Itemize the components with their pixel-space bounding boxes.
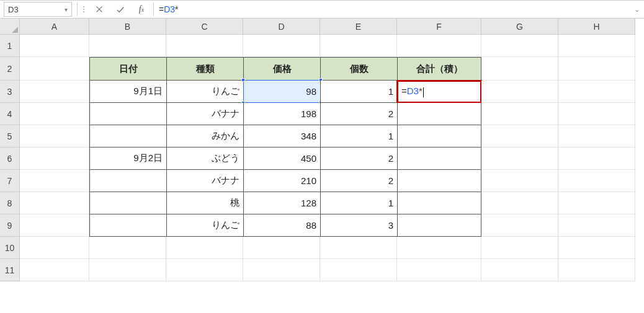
cell-F8[interactable]: [397, 192, 481, 214]
cell-G2[interactable]: [481, 57, 558, 81]
cell-A3[interactable]: [20, 81, 89, 103]
cell-F6[interactable]: [397, 148, 481, 170]
cell-B6[interactable]: 9月2日: [89, 148, 166, 170]
row-header-2[interactable]: 2: [0, 57, 20, 81]
cell-H1[interactable]: [558, 35, 635, 57]
cell-D7[interactable]: 210: [243, 170, 320, 192]
cell-A1[interactable]: [20, 35, 89, 57]
cell-C10[interactable]: [166, 237, 243, 259]
table-header-price[interactable]: 価格: [243, 57, 320, 81]
cell-C8[interactable]: 桃: [166, 192, 243, 214]
cell-A5[interactable]: [20, 125, 89, 148]
cell-H7[interactable]: [558, 170, 635, 192]
row-header-7[interactable]: 7: [0, 170, 20, 192]
cell-B10[interactable]: [89, 237, 166, 259]
cell-E11[interactable]: [320, 259, 397, 281]
cell-H10[interactable]: [558, 237, 635, 259]
cell-C5[interactable]: みかん: [166, 125, 243, 148]
cell-E7[interactable]: 2: [320, 170, 397, 192]
cell-F1[interactable]: [397, 35, 481, 57]
cell-A8[interactable]: [20, 192, 89, 214]
cell-F11[interactable]: [397, 259, 481, 281]
cell-B8[interactable]: [89, 192, 166, 214]
column-header-C[interactable]: C: [166, 19, 243, 35]
cell-H11[interactable]: [558, 259, 635, 281]
fx-icon[interactable]: fx: [131, 1, 152, 18]
cell-B1[interactable]: [89, 35, 166, 57]
cell-A10[interactable]: [20, 237, 89, 259]
cell-B9[interactable]: [89, 214, 166, 237]
cell-G9[interactable]: [481, 214, 558, 237]
cell-C9[interactable]: りんご: [166, 214, 243, 237]
cell-C4[interactable]: バナナ: [166, 103, 243, 125]
column-header-A[interactable]: A: [20, 19, 89, 35]
cell-C1[interactable]: [166, 35, 243, 57]
cell-B11[interactable]: [89, 259, 166, 281]
formula-input[interactable]: =D3*: [155, 4, 629, 14]
cell-G10[interactable]: [481, 237, 558, 259]
row-header-1[interactable]: 1: [0, 35, 20, 57]
range-handle-icon[interactable]: [241, 78, 245, 82]
table-header-type[interactable]: 種類: [166, 57, 243, 81]
cell-E1[interactable]: [320, 35, 397, 57]
cell-E10[interactable]: [320, 237, 397, 259]
cell-C3[interactable]: りんご: [166, 81, 243, 103]
cell-D1[interactable]: [243, 35, 320, 57]
cell-E3[interactable]: 1: [320, 81, 397, 103]
cell-D9[interactable]: 88: [243, 214, 320, 237]
row-header-11[interactable]: 11: [0, 259, 20, 281]
cell-F3-active[interactable]: =D3*: [397, 81, 481, 103]
cell-H5[interactable]: [558, 125, 635, 148]
row-header-5[interactable]: 5: [0, 125, 20, 148]
column-header-D[interactable]: D: [243, 19, 320, 35]
table-header-qty[interactable]: 個数: [320, 57, 397, 81]
cell-A6[interactable]: [20, 148, 89, 170]
cell-G11[interactable]: [481, 259, 558, 281]
cell-D6[interactable]: 450: [243, 148, 320, 170]
expand-formula-bar-icon[interactable]: ⌄: [629, 6, 644, 14]
cell-G8[interactable]: [481, 192, 558, 214]
cell-H8[interactable]: [558, 192, 635, 214]
cell-D5[interactable]: 348: [243, 125, 320, 148]
cell-H3[interactable]: [558, 81, 635, 103]
select-all-corner[interactable]: [0, 19, 20, 35]
cell-H2[interactable]: [558, 57, 635, 81]
row-header-10[interactable]: 10: [0, 237, 20, 259]
cell-F7[interactable]: [397, 170, 481, 192]
cell-A4[interactable]: [20, 103, 89, 125]
cell-A7[interactable]: [20, 170, 89, 192]
cell-F4[interactable]: [397, 103, 481, 125]
cell-H9[interactable]: [558, 214, 635, 237]
table-header-date[interactable]: 日付: [89, 57, 166, 81]
cell-E8[interactable]: 1: [320, 192, 397, 214]
cell-G4[interactable]: [481, 103, 558, 125]
column-header-G[interactable]: G: [481, 19, 558, 35]
chevron-down-icon[interactable]: ▾: [65, 6, 68, 13]
cell-D10[interactable]: [243, 237, 320, 259]
cell-D3-referenced[interactable]: 98: [243, 81, 320, 103]
cell-H4[interactable]: [558, 103, 635, 125]
column-header-B[interactable]: B: [89, 19, 166, 35]
grid[interactable]: 日付 種類 価格 個数 合計（積） 9月1日 りんご 98: [20, 35, 635, 281]
column-header-F[interactable]: F: [397, 19, 481, 35]
cancel-icon[interactable]: [89, 1, 110, 18]
cell-D4[interactable]: 198: [243, 103, 320, 125]
cell-E9[interactable]: 3: [320, 214, 397, 237]
cell-A11[interactable]: [20, 259, 89, 281]
cell-D8[interactable]: 128: [243, 192, 320, 214]
cell-B3[interactable]: 9月1日: [89, 81, 166, 103]
cell-E5[interactable]: 1: [320, 125, 397, 148]
column-header-E[interactable]: E: [320, 19, 397, 35]
row-header-4[interactable]: 4: [0, 103, 20, 125]
name-box[interactable]: D3 ▾: [4, 2, 72, 17]
cell-B7[interactable]: [89, 170, 166, 192]
row-header-6[interactable]: 6: [0, 148, 20, 170]
cell-G7[interactable]: [481, 170, 558, 192]
row-header-3[interactable]: 3: [0, 81, 20, 103]
cell-G6[interactable]: [481, 148, 558, 170]
column-header-H[interactable]: H: [558, 19, 635, 35]
cell-G1[interactable]: [481, 35, 558, 57]
row-header-9[interactable]: 9: [0, 214, 20, 237]
cell-C6[interactable]: ぶどう: [166, 148, 243, 170]
cell-A9[interactable]: [20, 214, 89, 237]
